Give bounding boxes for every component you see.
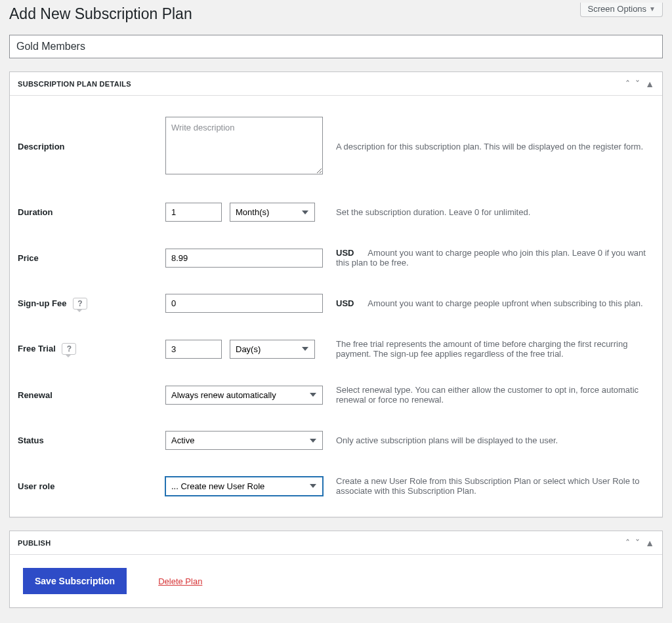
description-help: A description for this subscription plan… (336, 104, 654, 190)
panel-collapse-icon[interactable]: ▲ (645, 79, 654, 89)
help-icon[interactable]: ? (73, 298, 87, 310)
signup-fee-currency: USD (336, 298, 354, 308)
status-label: Status (18, 418, 165, 463)
description-textarea[interactable] (165, 117, 323, 174)
publish-panel-title: PUBLISH (18, 539, 51, 547)
status-help: Only active subscription plans will be d… (336, 418, 654, 463)
user-role-select[interactable]: ... Create new User Role (165, 477, 323, 496)
duration-unit-select[interactable]: Month(s) (230, 203, 315, 222)
signup-fee-label: Sign-up Fee (18, 298, 66, 308)
renewal-select[interactable]: Always renew automatically (165, 386, 323, 405)
publish-panel-header: PUBLISH ˄ ˅ ▲ (10, 531, 662, 555)
user-role-help: Create a new User Role from this Subscri… (336, 463, 654, 509)
screen-options-label: Screen Options (587, 4, 646, 14)
user-role-label: User role (18, 463, 165, 509)
signup-fee-help: Amount you want to charge people upfront… (368, 298, 642, 308)
price-input[interactable] (165, 249, 323, 268)
panel-collapse-icon[interactable]: ▲ (645, 538, 654, 548)
free-trial-label: Free Trial (18, 344, 56, 353)
chevron-down-icon: ▼ (649, 5, 656, 12)
page-title: Add New Subscription Plan (9, 5, 663, 23)
delete-plan-link[interactable]: Delete Plan (158, 576, 202, 586)
free-trial-input[interactable] (165, 340, 222, 359)
panel-move-down-icon[interactable]: ˅ (635, 79, 640, 89)
screen-options-toggle[interactable]: Screen Options ▼ (580, 3, 663, 17)
duration-input[interactable] (165, 203, 222, 222)
details-panel: SUBSCRIPTION PLAN DETAILS ˄ ˅ ▲ Descript… (9, 71, 663, 517)
free-trial-unit-select[interactable]: Day(s) (230, 340, 315, 359)
signup-fee-input[interactable] (165, 294, 323, 313)
price-currency: USD (336, 248, 354, 258)
panel-move-up-icon[interactable]: ˄ (625, 538, 630, 548)
price-help: Amount you want to charge people who joi… (336, 248, 646, 268)
description-label: Description (18, 104, 165, 190)
save-subscription-button[interactable]: Save Subscription (23, 568, 127, 594)
duration-label: Duration (18, 190, 165, 235)
plan-title-input[interactable] (9, 35, 663, 58)
renewal-label: Renewal (18, 372, 165, 418)
panel-handle-actions: ˄ ˅ ▲ (625, 79, 654, 89)
duration-help: Set the subscription duration. Leave 0 f… (336, 190, 654, 235)
publish-panel: PUBLISH ˄ ˅ ▲ Save Subscription Delete P… (9, 531, 663, 608)
renewal-help: Select renewal type. You can either allo… (336, 372, 654, 418)
price-label: Price (18, 235, 165, 281)
details-panel-title: SUBSCRIPTION PLAN DETAILS (18, 80, 131, 88)
panel-move-up-icon[interactable]: ˄ (625, 79, 630, 89)
details-panel-header: SUBSCRIPTION PLAN DETAILS ˄ ˅ ▲ (10, 72, 662, 96)
status-select[interactable]: Active (165, 431, 323, 450)
panel-handle-actions: ˄ ˅ ▲ (625, 538, 654, 548)
free-trial-help: The free trial represents the amount of … (336, 326, 654, 372)
panel-move-down-icon[interactable]: ˅ (635, 538, 640, 548)
help-icon[interactable]: ? (62, 343, 76, 355)
